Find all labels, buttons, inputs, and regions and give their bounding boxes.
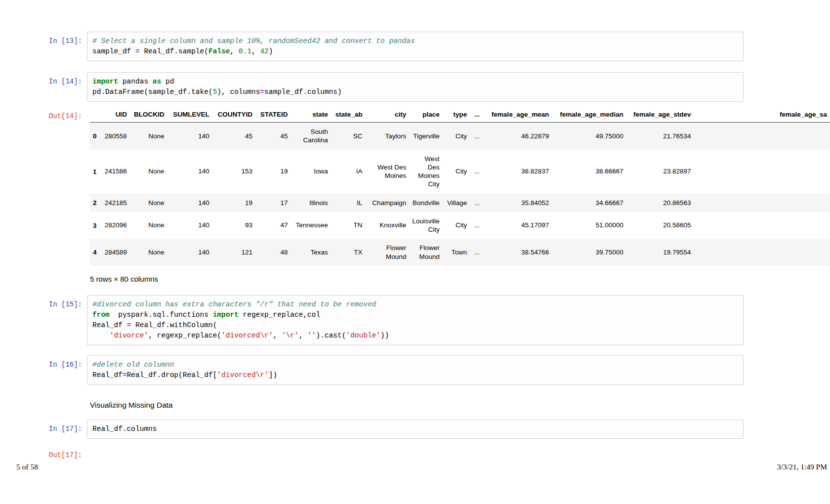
table-cell: Flower Mound (365, 239, 409, 266)
code-input-area: # Select a single column and sample 10%,… (87, 32, 744, 61)
column-header: city (365, 107, 409, 123)
table-cell: Illinois (290, 194, 331, 212)
code-token: #divorced column has extra characters "/… (92, 300, 376, 308)
table-cell (694, 239, 830, 266)
input-prompt: In [15]: (0, 295, 87, 310)
column-header: state (290, 107, 331, 123)
column-header: type (443, 107, 470, 123)
table-cell: 48 (255, 239, 290, 266)
column-header: UID (100, 107, 130, 123)
code-line: #divorced column has extra characters "/… (92, 299, 738, 310)
table-cell: 241586 (100, 150, 130, 194)
table-cell (694, 123, 830, 150)
code-token: import (213, 311, 239, 319)
code-line: import pandas as pd (92, 77, 738, 87)
cell-in14: In [14]:import pandas as pdpd.DataFrame(… (0, 72, 830, 102)
table-cell: Village (443, 194, 470, 212)
table-cell: Champaign (365, 194, 409, 212)
table-cell: South Carolina (290, 123, 331, 150)
table-cell: City (443, 212, 470, 239)
cell-in16: In [16]:#delete old columnnReal_df=Real_… (0, 355, 830, 385)
code-token: , (273, 332, 282, 339)
table-row: 3282096None1409347TennesseeTNKnoxvilleLo… (90, 212, 830, 239)
cell-content: import pandas as pdpd.DataFrame(sample_d… (87, 72, 744, 102)
output-prompt: Out[14]: (0, 107, 87, 122)
column-header: place (409, 107, 443, 123)
table-cell: Town (443, 239, 470, 266)
cell-content: #divorced column has extra characters "/… (87, 295, 744, 345)
table-cell: 45.17097 (483, 212, 552, 239)
table-cell: 49.75000 (552, 123, 626, 150)
table-cell: 19.79554 (626, 239, 694, 266)
input-prompt: In [17]: (0, 420, 87, 434)
notebook-page: In [13]:# Select a single column and sam… (0, 0, 830, 461)
code-line: Real_df.columns (92, 424, 738, 434)
code-token: pandas (118, 78, 153, 85)
table-cell: Tigerville (409, 123, 443, 150)
code-token: Real_df (92, 371, 123, 379)
table-cell (694, 212, 830, 239)
table-cell: West Des Moines City (409, 150, 443, 194)
code-token: regexp_replace,col (239, 311, 320, 319)
code-token: ), columns (217, 88, 260, 96)
table-cell: 34.66667 (552, 194, 626, 212)
page-number: 5 of 58 (16, 462, 38, 471)
code-token: 42 (260, 47, 268, 55)
table-cell: Knoxville (365, 212, 409, 239)
code-token: pd (161, 78, 174, 85)
table-cell: 19 (212, 194, 255, 212)
notebook-cells: In [13]:# Select a single column and sam… (0, 32, 830, 461)
table-cell: 45 (255, 123, 290, 150)
table-cell: 153 (212, 150, 255, 194)
table-cell: Louisville City (409, 212, 443, 239)
table-row: 1241586None14015319IowaIAWest Des Moines… (90, 150, 830, 194)
table-cell: ... (470, 123, 483, 150)
column-header: SUMLEVEL (167, 107, 212, 123)
table-cell: 242185 (100, 194, 130, 212)
table-body: 0280558None1404545South CarolinaSCTaylor… (90, 123, 830, 266)
table-cell (694, 194, 830, 212)
code-line: # Select a single column and sample 10%,… (92, 36, 738, 46)
table-cell: 140 (167, 123, 212, 150)
output-cell-out17: Out[17]: (0, 446, 830, 461)
row-index: 1 (90, 150, 100, 194)
table-cell: Bondville (409, 194, 443, 212)
table-cell: IL (331, 194, 366, 212)
column-header: STATEID (255, 107, 290, 123)
table-row: 2242185None1401917IllinoisILChampaignBon… (90, 194, 830, 212)
code-token: '\r' (282, 332, 299, 339)
code-token: from (92, 311, 110, 319)
code-token: = (135, 47, 140, 55)
table-cell: 39.75000 (552, 239, 626, 266)
table-cell: ... (470, 194, 483, 212)
table-cell: 51.00000 (552, 212, 626, 239)
code-token: 'double' (346, 332, 380, 339)
table-cell: 47 (255, 212, 290, 239)
table-cell: 46.22879 (483, 123, 552, 150)
code-token: sample_df (92, 47, 135, 55)
table-cell: 140 (167, 194, 212, 212)
table-cell: IA (331, 150, 366, 194)
input-prompt: In [16]: (0, 355, 87, 370)
code-token: import (92, 78, 118, 85)
column-header: female_age_stdev (626, 107, 694, 123)
row-index: 0 (90, 123, 100, 150)
code-token: ]) (269, 371, 277, 379)
table-cell: 19 (255, 150, 290, 194)
input-prompt (0, 400, 87, 404)
cell-content: #delete old columnnReal_df=Real_df.drop(… (87, 355, 744, 385)
table-cell: 38.66667 (552, 150, 626, 194)
code-token: , regexp_replace( (148, 332, 221, 339)
code-token: Real_df (92, 321, 127, 329)
column-header: female_age_median (552, 107, 626, 123)
code-token: 'divorced\r' (217, 371, 268, 379)
code-line: #delete old columnn (92, 360, 738, 370)
code-input-area: Real_df.columns (87, 420, 744, 439)
table-cell: Texas (290, 239, 331, 266)
table-cell: 17 (255, 194, 290, 212)
code-token: Real_df.sample( (140, 47, 208, 55)
table-cell: ... (470, 239, 483, 266)
table-cell: None (130, 239, 167, 266)
table-cell (694, 150, 830, 194)
table-cell: SC (331, 123, 366, 150)
